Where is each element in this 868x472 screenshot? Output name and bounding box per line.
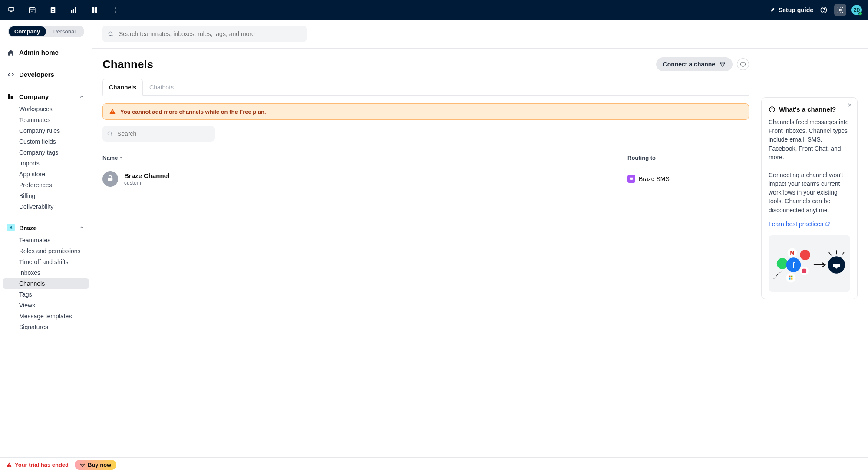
sidebar-item-app-store[interactable]: App store <box>3 169 89 179</box>
close-icon[interactable] <box>847 102 853 108</box>
channel-icon <box>102 171 118 187</box>
setup-guide-label: Setup guide <box>779 7 813 13</box>
scope-company[interactable]: Company <box>9 26 46 36</box>
sidebar-item-company-rules[interactable]: Company rules <box>3 125 89 136</box>
avatar[interactable]: ZD <box>851 5 862 15</box>
svg-rect-8 <box>71 10 72 13</box>
help-icon[interactable] <box>818 5 829 15</box>
svg-line-22 <box>112 35 113 36</box>
learn-link-label: Learn best practices <box>769 220 823 228</box>
warning-icon <box>6 462 12 468</box>
building-icon <box>7 93 15 100</box>
sidebar-item-signatures[interactable]: Signatures <box>3 322 89 332</box>
svg-line-51 <box>842 252 844 256</box>
inbox-icon[interactable] <box>6 5 17 15</box>
svg-line-34 <box>774 270 782 279</box>
svg-rect-12 <box>95 7 97 13</box>
svg-rect-11 <box>92 7 94 13</box>
svg-rect-28 <box>108 178 113 181</box>
sidebar-item-tags[interactable]: Tags <box>3 289 89 300</box>
info-button[interactable] <box>737 58 749 70</box>
chevron-up-icon <box>79 224 85 231</box>
svg-text:31: 31 <box>31 9 33 12</box>
contacts-icon[interactable] <box>48 5 58 15</box>
sidebar-item-company-tags[interactable]: Company tags <box>3 147 89 158</box>
svg-point-18 <box>839 9 842 11</box>
connect-channel-button[interactable]: Connect a channel <box>656 57 733 71</box>
sidebar-admin-home[interactable]: Admin home <box>3 45 89 59</box>
sidebar-item-teammates[interactable]: Teammates <box>3 115 89 125</box>
connect-channel-label: Connect a channel <box>663 61 717 68</box>
search-icon <box>107 131 113 137</box>
scope-personal[interactable]: Personal <box>46 26 83 36</box>
svg-point-35 <box>777 258 788 269</box>
setup-guide-link[interactable]: Setup guide <box>770 7 813 13</box>
knowledge-icon[interactable] <box>89 5 100 15</box>
sidebar-workspace-section[interactable]: B Braze <box>3 220 89 235</box>
info-title: What's a channel? <box>779 105 836 114</box>
svg-text:M: M <box>790 251 794 257</box>
developers-label: Developers <box>19 71 54 78</box>
svg-line-49 <box>829 252 832 256</box>
tab-chatbots[interactable]: Chatbots <box>143 79 180 95</box>
sidebar-item-imports[interactable]: Imports <box>3 158 89 168</box>
settings-icon[interactable] <box>834 4 846 16</box>
sidebar-company-section[interactable]: Company <box>3 89 89 104</box>
svg-rect-10 <box>75 7 76 13</box>
info-panel: What's a channel? Channels feed messages… <box>761 97 858 299</box>
svg-point-25 <box>743 63 743 63</box>
col-name[interactable]: Name↑ <box>102 155 627 161</box>
search-icon <box>108 31 114 37</box>
sidebar-item-custom-fields[interactable]: Custom fields <box>3 136 89 147</box>
table-row[interactable]: Braze Channel custom Braze SMS <box>102 165 749 193</box>
tab-channels[interactable]: Channels <box>102 79 143 96</box>
svg-rect-19 <box>8 94 10 99</box>
calendar-icon[interactable]: 31 <box>27 5 37 15</box>
buy-now-button[interactable]: Buy now <box>75 460 116 470</box>
table-header: Name↑ Routing to <box>102 151 749 165</box>
sidebar-item-templates[interactable]: Message templates <box>3 311 89 321</box>
workspace-badge: B <box>7 224 15 231</box>
sidebar-item-deliverability[interactable]: Deliverability <box>3 201 89 212</box>
sidebar-item-inboxes[interactable]: Inboxes <box>3 267 89 278</box>
sidebar-item-roles[interactable]: Roles and permissions <box>3 246 89 256</box>
sidebar-item-channels[interactable]: Channels <box>3 278 89 289</box>
channel-search-input[interactable] <box>102 126 215 142</box>
plan-alert: You cannot add more channels while on th… <box>102 103 749 120</box>
svg-point-26 <box>108 132 111 135</box>
row-routing: Braze SMS <box>639 175 670 182</box>
sidebar-item-preferences[interactable]: Preferences <box>3 180 89 190</box>
inbox-badge-icon <box>627 175 635 183</box>
buy-now-label: Buy now <box>88 462 111 468</box>
row-type: custom <box>124 180 627 186</box>
global-search-input[interactable] <box>102 26 307 42</box>
scope-toggle: Company Personal <box>8 26 84 37</box>
code-icon <box>7 71 15 78</box>
sidebar-developers[interactable]: Developers <box>3 67 89 82</box>
svg-rect-42 <box>802 269 806 273</box>
home-icon <box>7 49 15 56</box>
svg-point-15 <box>115 11 116 12</box>
sidebar-item-views[interactable]: Views <box>3 300 89 310</box>
sidebar-item-ws-teammates[interactable]: Teammates <box>3 235 89 245</box>
learn-link[interactable]: Learn best practices <box>769 220 830 228</box>
page-title: Channels <box>102 58 153 71</box>
col-routing[interactable]: Routing to <box>627 155 749 161</box>
search-row <box>92 20 868 49</box>
svg-text:f: f <box>792 261 795 270</box>
svg-point-21 <box>109 32 112 35</box>
svg-point-38 <box>800 250 810 261</box>
svg-point-7 <box>52 8 54 10</box>
sidebar-item-timeoff[interactable]: Time off and shifts <box>3 257 89 267</box>
analytics-icon[interactable] <box>69 5 79 15</box>
admin-home-label: Admin home <box>19 49 59 56</box>
sidebar-item-billing[interactable]: Billing <box>3 191 89 201</box>
tabs: Channels Chatbots <box>102 79 749 96</box>
gem-icon <box>719 61 726 67</box>
workspace-section-label: Braze <box>19 224 37 231</box>
chevron-up-icon <box>79 94 85 100</box>
more-icon[interactable] <box>110 5 121 15</box>
sidebar-item-workspaces[interactable]: Workspaces <box>3 104 89 114</box>
info-p1: Channels feed messages into Front inboxe… <box>769 118 850 162</box>
svg-rect-9 <box>73 9 74 13</box>
